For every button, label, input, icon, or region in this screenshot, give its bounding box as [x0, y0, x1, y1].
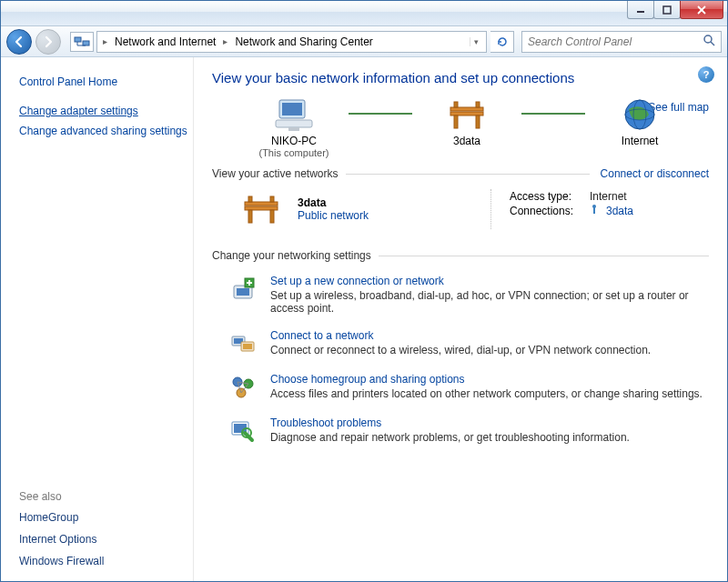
- svg-rect-5: [83, 41, 89, 45]
- node-network[interactable]: 3data: [412, 96, 521, 158]
- search-icon[interactable]: [703, 34, 715, 49]
- window-controls: [628, 1, 723, 19]
- control-panel-home-link[interactable]: Control Panel Home: [19, 72, 193, 92]
- svg-rect-25: [248, 210, 252, 223]
- svg-rect-32: [237, 288, 249, 296]
- sidebar: Control Panel Home Change adapter settin…: [1, 57, 194, 581]
- settings-item-homegroup: Choose homegroup and sharing options Acc…: [212, 366, 709, 409]
- svg-rect-28: [270, 196, 274, 202]
- connections-label: Connections:: [510, 205, 582, 218]
- svg-rect-12: [276, 120, 312, 127]
- titlebar: [1, 1, 727, 26]
- connection-link[interactable]: 3data: [606, 205, 633, 218]
- settings-desc: Connect or reconnect to a wireless, wire…: [270, 344, 651, 356]
- change-settings-label: Change your networking settings: [212, 249, 371, 262]
- settings-title[interactable]: Set up a new connection or network: [270, 275, 709, 287]
- seealso-internet-options[interactable]: Internet Options: [19, 528, 193, 550]
- svg-point-8: [704, 35, 712, 43]
- svg-line-9: [711, 42, 714, 45]
- settings-item-troubleshoot: Troubleshoot problems Diagnose and repai…: [212, 409, 709, 453]
- node-label: Internet: [622, 135, 659, 147]
- homegroup-icon: [228, 373, 258, 402]
- settings-desc: Access files and printers located on oth…: [270, 387, 703, 400]
- setup-connection-icon: [228, 275, 258, 304]
- maximize-button[interactable]: [653, 1, 681, 19]
- svg-point-30: [592, 205, 596, 208]
- node-label: 3data: [453, 135, 480, 147]
- signal-icon: [590, 205, 599, 218]
- svg-rect-15: [450, 112, 483, 115]
- active-networks-label: View your active networks: [212, 167, 339, 180]
- minimize-button[interactable]: [627, 1, 654, 19]
- sidebar-link-sharing[interactable]: Change advanced sharing settings: [19, 121, 193, 141]
- close-button[interactable]: [680, 1, 723, 19]
- settings-item-setup: Set up a new connection or network Set u…: [212, 267, 709, 322]
- settings-title[interactable]: Connect to a network: [270, 329, 651, 342]
- connect-disconnect-link[interactable]: Connect or disconnect: [601, 167, 709, 180]
- bench-icon: [239, 189, 283, 229]
- svg-rect-4: [75, 37, 81, 42]
- active-network-left: 3data Public network: [239, 189, 490, 229]
- chevron-icon: ▸: [221, 36, 229, 46]
- troubleshoot-icon: [228, 416, 258, 446]
- node-this-computer[interactable]: NIKO-PC (This computer): [239, 96, 349, 158]
- network-map: NIKO-PC (This computer) 3data Inte: [239, 96, 709, 158]
- node-label: NIKO-PC: [271, 135, 317, 147]
- active-networks-header-row: View your active networks Connect or dis…: [212, 167, 709, 180]
- settings-title[interactable]: Choose homegroup and sharing options: [270, 373, 703, 386]
- node-sublabel: (This computer): [258, 147, 329, 158]
- main-content: ? View your basic network information an…: [194, 57, 727, 581]
- seealso-firewall[interactable]: Windows Firewall: [19, 550, 193, 572]
- settings-title[interactable]: Troubleshoot problems: [270, 416, 630, 429]
- change-settings-header-row: Change your networking settings: [212, 249, 709, 262]
- bench-icon: [445, 96, 489, 133]
- svg-rect-13: [288, 127, 299, 131]
- forward-button[interactable]: [35, 29, 61, 55]
- svg-rect-19: [476, 102, 480, 107]
- settings-item-connect: Connect to a network Connect or reconnec…: [212, 322, 709, 366]
- connector-icon: [349, 113, 412, 115]
- settings-desc: Set up a wireless, broadband, dial-up, a…: [270, 289, 709, 315]
- breadcrumb-dropdown[interactable]: ▾: [470, 37, 482, 46]
- svg-rect-17: [476, 115, 480, 128]
- sidebar-link-adapter[interactable]: Change adapter settings: [19, 101, 193, 121]
- settings-list: Set up a new connection or network Set u…: [212, 267, 709, 453]
- svg-rect-23: [245, 202, 278, 206]
- svg-rect-16: [454, 115, 458, 128]
- svg-rect-39: [243, 344, 252, 349]
- access-type-value: Internet: [590, 190, 627, 203]
- active-network: 3data Public network Access type: Intern…: [212, 180, 709, 240]
- refresh-button[interactable]: [490, 31, 514, 53]
- breadcrumb[interactable]: ▸ Network and Internet ▸ Network and Sha…: [96, 31, 487, 53]
- globe-icon: [618, 96, 662, 133]
- search-input[interactable]: [528, 35, 703, 48]
- search-box[interactable]: [521, 31, 722, 53]
- active-network-name: 3data: [298, 196, 369, 209]
- see-also-header: See also: [19, 487, 193, 507]
- location-icon[interactable]: [70, 32, 94, 52]
- node-internet[interactable]: Internet: [585, 96, 694, 158]
- svg-rect-1: [663, 6, 671, 14]
- body: Control Panel Home Change adapter settin…: [1, 57, 727, 581]
- back-button[interactable]: [6, 29, 32, 55]
- svg-rect-14: [450, 107, 483, 111]
- breadcrumb-root-arrow[interactable]: ▸: [101, 36, 109, 46]
- page-title: View your basic network information and …: [212, 70, 709, 85]
- access-type-label: Access type:: [510, 190, 582, 203]
- seealso-homegroup[interactable]: HomeGroup: [19, 507, 193, 528]
- connect-network-icon: [228, 329, 258, 358]
- computer-icon: [272, 96, 316, 133]
- help-icon[interactable]: ?: [698, 66, 714, 83]
- breadcrumb-item[interactable]: Network and Internet: [109, 34, 221, 50]
- svg-rect-18: [454, 102, 458, 107]
- settings-desc: Diagnose and repair network problems, or…: [270, 431, 630, 444]
- svg-rect-27: [248, 196, 252, 202]
- navbar: ▸ Network and Internet ▸ Network and Sha…: [1, 26, 727, 57]
- breadcrumb-item[interactable]: Network and Sharing Center: [229, 34, 378, 50]
- active-network-type-link[interactable]: Public network: [298, 209, 369, 222]
- see-also-section: See also HomeGroup Internet Options Wind…: [19, 487, 193, 572]
- svg-rect-24: [245, 206, 278, 210]
- connector-icon: [521, 113, 585, 115]
- svg-rect-26: [270, 210, 274, 223]
- svg-rect-11: [282, 103, 302, 115]
